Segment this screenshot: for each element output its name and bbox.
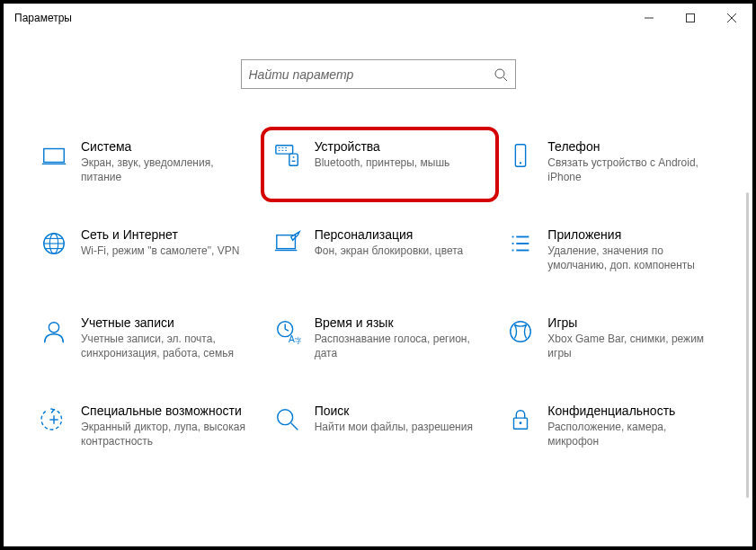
window-controls <box>628 4 752 32</box>
card-title: Конфиденциальность <box>547 404 716 418</box>
card-desc: Wi-Fi, режим "в самолете", VPN <box>81 244 239 258</box>
svg-point-16 <box>292 156 294 158</box>
svg-point-39 <box>511 322 531 342</box>
card-title: Система <box>81 139 250 154</box>
card-desc: Экран, звук, уведомления, питание <box>81 155 250 184</box>
search-row <box>13 59 743 89</box>
card-desc: Bluetooth, принтеры, мышь <box>315 155 450 170</box>
svg-point-19 <box>520 162 521 164</box>
ease-of-access-icon <box>40 405 68 434</box>
card-title: Персонализация <box>315 227 464 242</box>
card-title: Устройства <box>315 139 450 154</box>
search-icon <box>494 67 508 82</box>
scrollbar[interactable] <box>746 192 749 498</box>
svg-line-43 <box>290 423 298 430</box>
card-desc: Расположение, камера, микрофон <box>547 420 716 448</box>
card-personalization[interactable]: Персонализация Фон, экран блокировки, цв… <box>266 222 491 283</box>
card-system[interactable]: Система Экран, звук, уведомления, питани… <box>32 134 257 195</box>
svg-rect-15 <box>289 154 298 165</box>
search-input[interactable] <box>249 67 494 82</box>
card-devices[interactable]: Устройства Bluetooth, принтеры, мышь <box>261 127 500 202</box>
card-title: Поиск <box>315 404 473 418</box>
svg-rect-25 <box>276 235 295 249</box>
card-apps[interactable]: Приложения Удаление, значения по умолчан… <box>499 222 724 283</box>
system-icon <box>40 141 68 170</box>
time-language-icon: A字 <box>273 317 302 346</box>
close-button[interactable] <box>711 4 752 32</box>
card-desc: Распознавание голоса, регион, дата <box>315 332 484 360</box>
svg-line-36 <box>285 329 289 331</box>
maximize-icon <box>686 13 695 22</box>
card-title: Сеть и Интернет <box>81 227 239 242</box>
apps-icon <box>506 229 535 258</box>
svg-rect-17 <box>291 161 295 162</box>
card-title: Игры <box>547 315 716 330</box>
svg-point-33 <box>49 323 58 333</box>
card-privacy[interactable]: Конфиденциальность Расположение, камера,… <box>499 398 724 459</box>
settings-grid: Система Экран, звук, уведомления, питани… <box>13 134 743 459</box>
settings-window: Параметры <box>0 0 756 550</box>
minimize-icon <box>645 13 654 22</box>
content-area: Система Экран, звук, уведомления, питани… <box>4 32 752 459</box>
search-category-icon <box>273 405 302 434</box>
svg-text:字: 字 <box>294 337 301 345</box>
search-box[interactable] <box>241 59 516 89</box>
gaming-icon <box>506 317 535 346</box>
card-time-language[interactable]: A字 Время и язык Распознавание голоса, ре… <box>266 310 491 371</box>
minimize-button[interactable] <box>628 4 670 32</box>
card-network[interactable]: Сеть и Интернет Wi-Fi, режим "в самолете… <box>32 222 257 283</box>
card-ease-of-access[interactable]: Специальные возможности Экранный диктор,… <box>32 398 257 459</box>
privacy-icon <box>506 405 535 434</box>
card-desc: Учетные записи, эл. почта, синхронизация… <box>81 332 250 360</box>
svg-point-42 <box>277 410 292 425</box>
window-title: Параметры <box>14 12 72 24</box>
card-title: Время и язык <box>315 315 484 330</box>
card-title: Телефон <box>547 139 716 154</box>
card-desc: Экранный диктор, лупа, высокая контрастн… <box>81 420 250 448</box>
maximize-button[interactable] <box>670 4 711 32</box>
svg-point-45 <box>520 421 522 424</box>
network-icon <box>40 229 68 258</box>
card-accounts[interactable]: Учетные записи Учетные записи, эл. почта… <box>32 310 257 371</box>
card-desc: Связать устройство с Android, iPhone <box>547 155 716 184</box>
close-icon <box>727 13 736 22</box>
personalization-icon <box>273 229 302 258</box>
card-desc: Xbox Game Bar, снимки, режим игры <box>547 332 716 360</box>
card-desc: Фон, экран блокировки, цвета <box>315 244 464 258</box>
svg-rect-6 <box>44 149 65 163</box>
devices-icon <box>273 141 302 170</box>
card-desc: Удаление, значения по умолчанию, доп. ко… <box>547 244 716 272</box>
svg-rect-8 <box>276 146 293 154</box>
accounts-icon <box>40 317 68 346</box>
card-title: Приложения <box>547 227 716 242</box>
card-desc: Найти мои файлы, разрешения <box>315 420 473 434</box>
phone-icon <box>506 141 535 170</box>
card-title: Специальные возможности <box>81 404 250 418</box>
svg-line-5 <box>503 77 507 81</box>
svg-rect-1 <box>687 14 695 22</box>
card-search[interactable]: Поиск Найти мои файлы, разрешения <box>266 398 491 459</box>
card-title: Учетные записи <box>81 315 250 330</box>
card-gaming[interactable]: Игры Xbox Game Bar, снимки, режим игры <box>499 310 724 371</box>
card-phone[interactable]: Телефон Связать устройство с Android, iP… <box>499 134 724 195</box>
svg-point-4 <box>495 69 504 78</box>
